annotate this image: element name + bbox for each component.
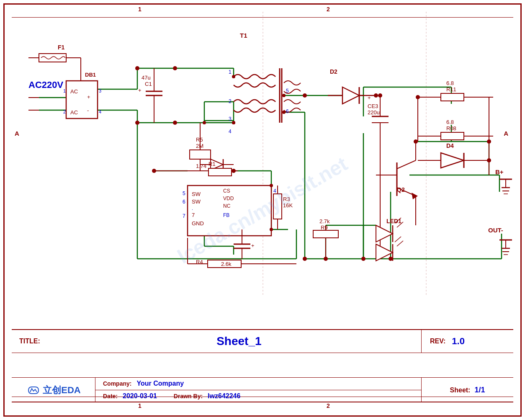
svg-text:+: + <box>138 87 142 93</box>
svg-point-228 <box>389 257 393 261</box>
svg-text:R11: R11 <box>446 86 456 93</box>
svg-text:5: 5 <box>183 191 185 196</box>
svg-text:2.7k: 2.7k <box>319 218 330 224</box>
info-company-row: Company: Your Company <box>95 378 421 390</box>
logo-text: 立创EDA <box>26 384 80 397</box>
svg-text:NC: NC <box>223 203 231 209</box>
svg-text:220u: 220u <box>368 109 380 116</box>
svg-text:4: 4 <box>99 109 101 114</box>
svg-text:6: 6 <box>286 108 289 114</box>
svg-text:R08: R08 <box>446 125 456 131</box>
svg-text:CS: CS <box>223 188 230 194</box>
svg-point-221 <box>270 228 273 231</box>
svg-text:T1: T1 <box>240 32 247 39</box>
company-value: Your Company <box>136 380 184 387</box>
svg-text:D2: D2 <box>330 68 337 75</box>
logo-label: 立创EDA <box>43 384 80 397</box>
svg-text:3: 3 <box>99 88 101 93</box>
svg-text:F1: F1 <box>58 44 65 51</box>
company-label: Company: <box>103 380 131 387</box>
info-date-row: Date: 2020-03-01 Drawn By: lwz642246 <box>95 390 421 403</box>
sheet-label: Sheet: <box>450 387 471 394</box>
svg-text:·: · <box>192 207 193 212</box>
sheet-section: Sheet: 1/1 <box>421 377 513 402</box>
svg-point-100 <box>282 94 286 97</box>
svg-text:6: 6 <box>183 199 185 205</box>
sheet-value: 1/1 <box>474 386 485 394</box>
rev-value: 1.0 <box>452 336 465 347</box>
svg-marker-177 <box>441 153 464 168</box>
svg-point-224 <box>303 93 307 98</box>
svg-marker-151 <box>342 87 359 104</box>
date-value: 2020-03-01 <box>123 392 157 400</box>
svg-text:+: + <box>368 95 371 101</box>
svg-rect-166 <box>441 93 464 101</box>
svg-text:7: 7 <box>192 212 195 218</box>
drawn-value: lwz642246 <box>208 392 240 400</box>
svg-point-133 <box>152 169 156 173</box>
svg-point-225 <box>303 257 307 261</box>
svg-point-98 <box>232 75 235 78</box>
svg-text:VDD: VDD <box>223 196 234 201</box>
svg-text:7: 7 <box>183 213 185 219</box>
svg-text:D4: D4 <box>446 142 454 149</box>
svg-text:2: 2 <box>229 98 232 104</box>
svg-text:5: 5 <box>286 88 289 94</box>
drawn-label: Drawn By: <box>174 393 203 399</box>
svg-point-192 <box>414 139 418 144</box>
svg-text:CE3: CE3 <box>368 103 378 109</box>
svg-text:6.8: 6.8 <box>446 119 454 125</box>
svg-text:-: - <box>87 107 89 113</box>
svg-rect-134 <box>273 194 282 219</box>
logo-section: 立创EDA <box>12 377 95 402</box>
svg-text:1.74: 1.74 <box>196 163 206 169</box>
page: 1 2 A A <box>0 0 525 420</box>
title-row: TITLE: Sheet_1 REV: 1.0 <box>12 330 513 353</box>
schematic-area: F1 AC220V DB1 AC AC + - 1 2 <box>12 12 513 296</box>
svg-text:2.6k: 2.6k <box>221 261 232 267</box>
svg-point-86 <box>173 121 177 125</box>
svg-text:47u: 47u <box>142 75 151 81</box>
svg-text:1: 1 <box>229 69 232 75</box>
svg-line-201 <box>397 241 403 246</box>
svg-text:C1: C1 <box>145 81 152 87</box>
svg-text:AC: AC <box>70 109 78 116</box>
svg-point-227 <box>487 139 491 144</box>
svg-text:OUT-: OUT- <box>488 227 503 234</box>
info-row: 立创EDA Company: Your Company Date: 2020-0… <box>12 377 513 402</box>
svg-rect-173 <box>441 132 464 140</box>
svg-line-200 <box>395 237 401 242</box>
svg-text:1: 1 <box>63 88 66 93</box>
svg-point-163 <box>378 93 382 98</box>
date-label: Date: <box>103 393 118 399</box>
svg-text:SW: SW <box>192 198 201 205</box>
svg-text:6.8: 6.8 <box>446 80 454 86</box>
svg-text:R5: R5 <box>196 137 203 143</box>
svg-point-87 <box>135 66 139 70</box>
col-marker-bottom-1: 1 <box>138 402 142 409</box>
info-details: Company: Your Company Date: 2020-03-01 D… <box>95 377 421 402</box>
svg-text:4: 4 <box>229 129 232 134</box>
svg-rect-59 <box>39 54 66 62</box>
svg-text:+: + <box>251 242 255 249</box>
lceda-logo-icon <box>26 384 41 396</box>
svg-text:GND: GND <box>192 220 204 227</box>
svg-point-222 <box>203 121 206 124</box>
svg-text:R9: R9 <box>321 224 328 231</box>
svg-text:SW: SW <box>192 191 201 197</box>
svg-rect-104 <box>190 150 211 159</box>
svg-point-226 <box>361 257 365 261</box>
svg-line-187 <box>397 160 416 169</box>
svg-text:DB1: DB1 <box>85 72 96 78</box>
svg-point-101 <box>282 111 286 114</box>
svg-text:R3: R3 <box>283 196 290 202</box>
svg-point-219 <box>232 169 236 173</box>
svg-text:LED1: LED1 <box>386 218 401 224</box>
col-marker-bottom-2: 2 <box>327 402 330 409</box>
title-label: TITLE: <box>12 338 40 345</box>
svg-text:AC220V: AC220V <box>28 80 63 90</box>
svg-text:2: 2 <box>63 109 66 114</box>
svg-point-223 <box>232 121 235 124</box>
svg-marker-189 <box>412 193 418 199</box>
svg-rect-129 <box>208 168 232 176</box>
